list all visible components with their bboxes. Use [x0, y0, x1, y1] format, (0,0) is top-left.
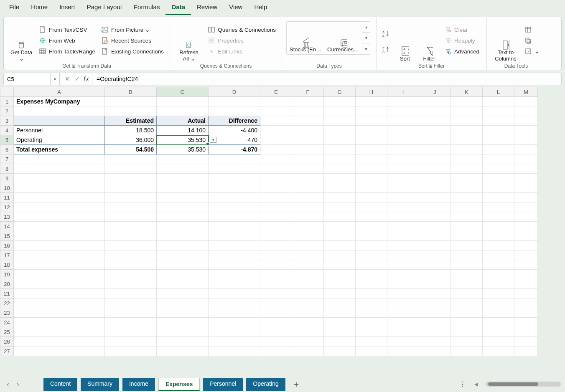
- cell-J5[interactable]: [419, 135, 451, 145]
- cell-E2[interactable]: [260, 106, 292, 116]
- row-header-7[interactable]: 7: [0, 154, 14, 164]
- col-header-H[interactable]: H: [356, 87, 387, 97]
- cell-H25[interactable]: [356, 327, 387, 337]
- cell-F19[interactable]: [292, 270, 324, 279]
- cell-K26[interactable]: [451, 337, 483, 346]
- cell-G14[interactable]: [324, 222, 356, 231]
- cell-D22[interactable]: [209, 298, 260, 308]
- cell-C18[interactable]: [157, 260, 209, 270]
- cell-A27[interactable]: [14, 346, 105, 356]
- select-all-corner[interactable]: [0, 87, 14, 97]
- cell-I24[interactable]: [387, 318, 419, 327]
- cell-L10[interactable]: [483, 183, 514, 193]
- cell-B21[interactable]: [105, 289, 157, 298]
- cell-L5[interactable]: [483, 135, 514, 145]
- cell-G15[interactable]: [324, 231, 356, 241]
- cell-I12[interactable]: [387, 202, 419, 212]
- get-data-button[interactable]: Get Data ⌄: [8, 19, 35, 62]
- row-header-27[interactable]: 27: [0, 346, 14, 356]
- cell-K1[interactable]: [451, 97, 483, 106]
- cell-M4[interactable]: [514, 126, 538, 135]
- row-header-14[interactable]: 14: [0, 222, 14, 231]
- col-header-C[interactable]: C: [157, 87, 209, 97]
- cell-J25[interactable]: [419, 327, 451, 337]
- cell-J20[interactable]: [419, 279, 451, 289]
- cell-A15[interactable]: [14, 231, 105, 241]
- sheet-tab-income[interactable]: Income: [122, 378, 155, 391]
- sort-button[interactable]: AZZA Sort: [394, 19, 416, 62]
- cell-M3[interactable]: [514, 116, 538, 126]
- cell-J10[interactable]: [419, 183, 451, 193]
- advanced-filter-button[interactable]: Advanced: [443, 47, 481, 56]
- cell-A10[interactable]: [14, 183, 105, 193]
- cell-K17[interactable]: [451, 250, 483, 260]
- cell-F14[interactable]: [292, 222, 324, 231]
- name-box-dropdown[interactable]: ▾: [51, 73, 60, 85]
- cell-J24[interactable]: [419, 318, 451, 327]
- cell-C17[interactable]: [157, 250, 209, 260]
- row-header-17[interactable]: 17: [0, 250, 14, 260]
- row-header-1[interactable]: 1: [0, 97, 14, 106]
- cell-L25[interactable]: [483, 327, 514, 337]
- cell-G19[interactable]: [324, 270, 356, 279]
- cell-J19[interactable]: [419, 270, 451, 279]
- cell-K11[interactable]: [451, 193, 483, 202]
- cell-F17[interactable]: [292, 250, 324, 260]
- cell-E1[interactable]: [260, 97, 292, 106]
- cell-K3[interactable]: [451, 116, 483, 126]
- row-header-5[interactable]: 5: [0, 135, 14, 145]
- cell-E20[interactable]: [260, 279, 292, 289]
- stocks-type[interactable]: Stocks (En…: [287, 22, 324, 54]
- cell-D17[interactable]: [209, 250, 260, 260]
- cell-D10[interactable]: [209, 183, 260, 193]
- enter-formula-button[interactable]: ✓: [72, 76, 82, 82]
- cell-B19[interactable]: [105, 270, 157, 279]
- cell-L15[interactable]: [483, 231, 514, 241]
- cell-B7[interactable]: [105, 154, 157, 164]
- cell-D4[interactable]: -4.400: [209, 126, 260, 135]
- cell-C4[interactable]: 14.100: [157, 126, 209, 135]
- cell-E8[interactable]: [260, 164, 292, 174]
- cell-I27[interactable]: [387, 346, 419, 356]
- cell-H24[interactable]: [356, 318, 387, 327]
- cell-C8[interactable]: [157, 164, 209, 174]
- cell-D3[interactable]: Difference: [209, 116, 260, 126]
- cell-H20[interactable]: [356, 279, 387, 289]
- cell-L12[interactable]: [483, 202, 514, 212]
- cell-A17[interactable]: [14, 250, 105, 260]
- flash-fill-button[interactable]: [523, 25, 541, 34]
- cell-B5[interactable]: 36.000: [105, 135, 157, 145]
- col-header-D[interactable]: D: [209, 87, 260, 97]
- row-header-11[interactable]: 11: [0, 193, 14, 202]
- cell-J4[interactable]: [419, 126, 451, 135]
- cell-I9[interactable]: [387, 174, 419, 183]
- cell-I1[interactable]: [387, 97, 419, 106]
- cell-K8[interactable]: [451, 164, 483, 174]
- cell-E9[interactable]: [260, 174, 292, 183]
- cell-D9[interactable]: [209, 174, 260, 183]
- cell-K12[interactable]: [451, 202, 483, 212]
- col-header-J[interactable]: J: [419, 87, 451, 97]
- row-header-26[interactable]: 26: [0, 337, 14, 346]
- cell-L24[interactable]: [483, 318, 514, 327]
- cell-C14[interactable]: [157, 222, 209, 231]
- cell-H11[interactable]: [356, 193, 387, 202]
- cell-J22[interactable]: [419, 298, 451, 308]
- cell-M22[interactable]: [514, 298, 538, 308]
- row-header-16[interactable]: 16: [0, 241, 14, 250]
- cell-E12[interactable]: [260, 202, 292, 212]
- cell-F9[interactable]: [292, 174, 324, 183]
- cell-K13[interactable]: [451, 212, 483, 222]
- cell-J7[interactable]: [419, 154, 451, 164]
- cell-B27[interactable]: [105, 346, 157, 356]
- sheet-tab-content[interactable]: Content: [43, 378, 77, 391]
- cell-L11[interactable]: [483, 193, 514, 202]
- cell-J27[interactable]: [419, 346, 451, 356]
- cell-C26[interactable]: [157, 337, 209, 346]
- cell-D13[interactable]: [209, 212, 260, 222]
- queries-connections-button[interactable]: Queries & Connections: [206, 25, 277, 34]
- cell-C7[interactable]: [157, 154, 209, 164]
- cell-C2[interactable]: [157, 106, 209, 116]
- menu-insert[interactable]: Insert: [53, 1, 81, 15]
- cell-K20[interactable]: [451, 279, 483, 289]
